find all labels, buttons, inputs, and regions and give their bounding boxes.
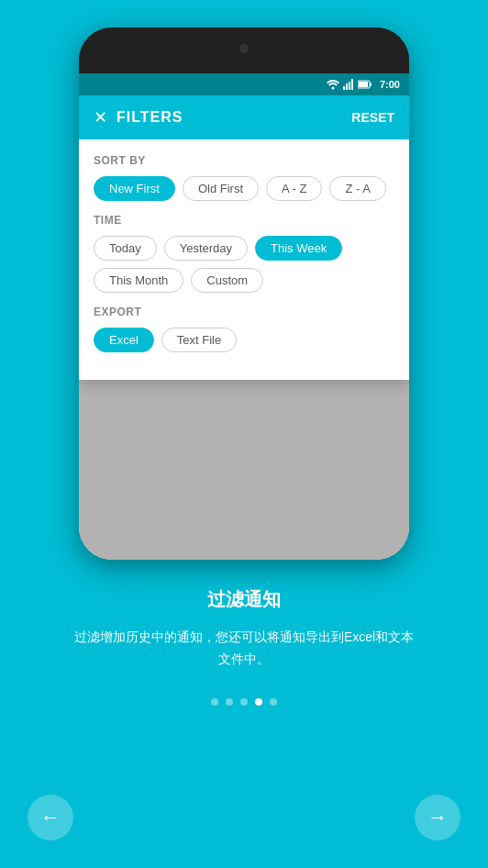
svg-rect-2 bbox=[346, 83, 348, 90]
forward-button[interactable]: → bbox=[415, 795, 460, 840]
filter-panel: ✕ FILTERS RESET SORT BY New First Old Fi… bbox=[79, 95, 409, 380]
svg-rect-3 bbox=[349, 82, 350, 90]
chip-yesterday[interactable]: Yesterday bbox=[164, 236, 248, 261]
svg-rect-1 bbox=[343, 86, 345, 90]
svg-point-0 bbox=[331, 87, 334, 90]
export-label: EXPORT bbox=[94, 306, 394, 318]
chip-z-a[interactable]: Z - A bbox=[329, 176, 385, 201]
chip-this-week[interactable]: This Week bbox=[255, 236, 342, 261]
svg-rect-7 bbox=[370, 83, 372, 86]
phone-top-bar bbox=[79, 28, 409, 73]
filter-title: FILTERS bbox=[116, 109, 183, 126]
sort-by-label: SORT BY bbox=[94, 154, 394, 167]
wifi-icon bbox=[327, 79, 339, 90]
svg-rect-4 bbox=[351, 79, 353, 90]
status-time: 7:00 bbox=[380, 79, 400, 90]
chip-text-file[interactable]: Text File bbox=[161, 328, 237, 352]
status-bar: 7:00 bbox=[79, 73, 409, 95]
bottom-title: 过滤通知 bbox=[207, 587, 281, 612]
chip-this-month[interactable]: This Month bbox=[94, 268, 183, 293]
filter-body: SORT BY New First Old First A - Z Z - A … bbox=[79, 139, 409, 380]
dot-5[interactable] bbox=[270, 698, 277, 706]
chip-new-first[interactable]: New First bbox=[94, 176, 175, 201]
phone-screen: ✕ FILTERS RESET SORT BY New First Old Fi… bbox=[79, 95, 409, 560]
chip-custom[interactable]: Custom bbox=[191, 268, 263, 293]
signal-icon bbox=[343, 79, 354, 90]
time-label: TIME bbox=[94, 214, 394, 227]
battery-icon bbox=[358, 80, 372, 89]
phone-camera bbox=[239, 44, 249, 53]
dot-1[interactable] bbox=[211, 698, 218, 706]
dot-3[interactable] bbox=[240, 698, 248, 706]
back-button[interactable]: ← bbox=[28, 795, 73, 840]
svg-rect-6 bbox=[359, 82, 368, 87]
chip-excel[interactable]: Excel bbox=[94, 328, 154, 352]
dot-indicators bbox=[211, 698, 277, 706]
bottom-description: 过滤增加历史中的通知，您还可以将通知导出到Excel和文本文件中。 bbox=[70, 627, 418, 671]
filter-header-left: ✕ FILTERS bbox=[94, 107, 183, 128]
time-chips: Today Yesterday This Week This Month Cus… bbox=[94, 236, 394, 293]
bottom-content: 过滤通知 过滤增加历史中的通知，您还可以将通知导出到Excel和文本文件中。 bbox=[42, 560, 446, 776]
sort-chips: New First Old First A - Z Z - A bbox=[94, 176, 394, 201]
phone-shell: 7:00 bbox=[79, 28, 409, 560]
filter-overlay: ✕ FILTERS RESET SORT BY New First Old Fi… bbox=[79, 95, 409, 560]
filter-reset-button[interactable]: RESET bbox=[351, 110, 394, 125]
dot-2[interactable] bbox=[226, 698, 233, 706]
filter-close-icon[interactable]: ✕ bbox=[94, 107, 107, 128]
chip-old-first[interactable]: Old First bbox=[183, 176, 259, 201]
dot-4[interactable] bbox=[255, 698, 262, 706]
filter-header: ✕ FILTERS RESET bbox=[79, 95, 409, 139]
export-chips: Excel Text File bbox=[94, 328, 394, 352]
chip-today[interactable]: Today bbox=[94, 236, 157, 261]
status-icons: 7:00 bbox=[327, 79, 400, 90]
chip-a-z[interactable]: A - Z bbox=[266, 176, 322, 201]
nav-buttons: ← → bbox=[0, 795, 488, 840]
